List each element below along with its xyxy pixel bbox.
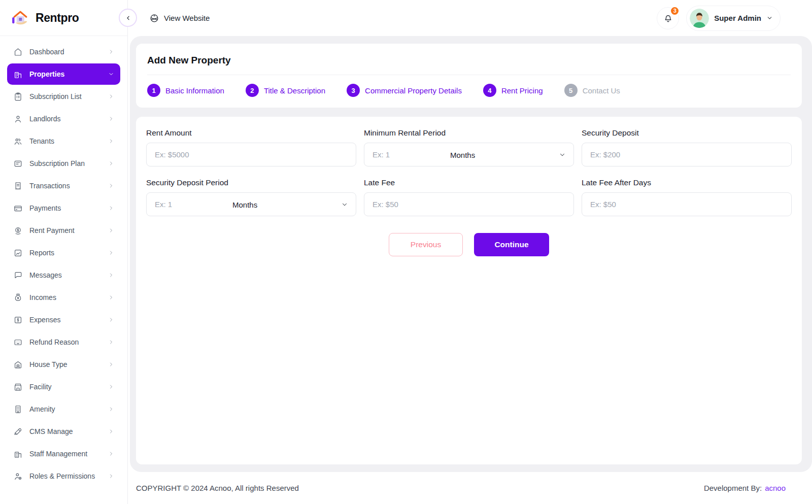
chevron-right-icon xyxy=(108,138,114,144)
rent-amount-input-wrap xyxy=(146,143,356,166)
security-deposit-period-input-wrap: Months xyxy=(146,192,356,216)
chevron-right-icon xyxy=(108,250,114,256)
office-building-icon xyxy=(13,449,23,459)
money-bag-icon xyxy=(13,293,23,303)
sidebar-item-properties[interactable]: Properties xyxy=(7,63,120,85)
main-column: View Website 3 Super xyxy=(128,0,812,504)
sidebar-item-roles-permissions[interactable]: Roles & Permissions xyxy=(7,465,120,487)
late-fee-input-wrap xyxy=(364,192,574,216)
security-deposit-input-wrap xyxy=(582,143,792,166)
sidebar-item-messages[interactable]: Messages xyxy=(7,264,120,286)
notification-count-badge: 3 xyxy=(670,6,680,16)
rent-amount-label: Rent Amount xyxy=(146,128,356,138)
subscription-card-icon xyxy=(13,159,23,169)
copyright-text: COPYRIGHT © 2024 Acnoo, All rights Reser… xyxy=(136,484,299,492)
wallet-icon xyxy=(13,204,23,213)
sidebar-item-subscription-plan[interactable]: Subscription Plan xyxy=(7,153,120,174)
form-actions: Previous Continue xyxy=(146,233,792,256)
user-menu[interactable]: Super Admin xyxy=(686,6,781,31)
late-fee-label: Late Fee xyxy=(364,178,574,187)
users-icon xyxy=(13,137,23,146)
sidebar-item-rent-payment[interactable]: Rent Payment xyxy=(7,220,120,241)
security-deposit-input[interactable] xyxy=(582,143,791,166)
late-fee-after-days-input-wrap xyxy=(582,192,792,216)
rent-pricing-form-card: Rent Amount Minimum Rental Period Months xyxy=(136,117,802,464)
sidebar-item-landlords[interactable]: Landlords xyxy=(7,108,120,129)
view-website-link[interactable]: View Website xyxy=(149,13,210,23)
sidebar-item-incomes[interactable]: Incomes xyxy=(7,287,120,308)
step-title-description[interactable]: 2 Title & Description xyxy=(246,84,325,97)
late-fee-after-days-label: Late Fee After Days xyxy=(582,178,792,187)
sidebar-nav: Dashboard Properties Subscription List L… xyxy=(0,36,127,493)
sidebar-item-transactions[interactable]: Transactions xyxy=(7,175,120,196)
rent-amount-field: Rent Amount xyxy=(146,128,356,166)
sidebar-item-reports[interactable]: Reports xyxy=(7,242,120,263)
sidebar-item-dashboard[interactable]: Dashboard xyxy=(7,41,120,62)
expense-card-icon xyxy=(13,315,23,325)
step-contact-us[interactable]: 5 Contact Us xyxy=(564,84,620,97)
previous-button[interactable]: Previous xyxy=(389,233,463,256)
late-fee-input[interactable] xyxy=(364,193,573,216)
chevron-down-icon xyxy=(341,201,348,208)
step-label: Commercial Property Details xyxy=(365,86,462,95)
user-icon xyxy=(13,114,23,124)
chevron-right-icon xyxy=(108,339,114,345)
step-number: 3 xyxy=(347,84,360,97)
continue-button[interactable]: Continue xyxy=(474,233,549,256)
chevron-left-icon xyxy=(125,15,131,21)
minimum-rental-period-input-wrap: Months xyxy=(364,143,574,166)
step-commercial-property-details[interactable]: 3 Commercial Property Details xyxy=(347,84,462,97)
sidebar-item-cms-manage[interactable]: CMS Manage xyxy=(7,421,120,442)
user-name: Super Admin xyxy=(714,14,761,22)
security-deposit-period-label: Security Deposit Period xyxy=(146,178,356,187)
step-label: Title & Description xyxy=(264,86,325,95)
rent-amount-input[interactable] xyxy=(147,143,356,166)
security-deposit-label: Security Deposit xyxy=(582,128,792,138)
user-gear-icon xyxy=(13,472,23,481)
chevron-right-icon xyxy=(108,384,114,390)
chevron-right-icon xyxy=(108,428,114,434)
refund-card-icon xyxy=(13,338,23,347)
minimum-rental-period-field: Minimum Rental Period Months xyxy=(364,128,574,166)
globe-icon xyxy=(149,13,159,23)
development-by-label: Development By: xyxy=(704,484,762,492)
sidebar-item-payments[interactable]: Payments xyxy=(7,197,120,219)
sidebar: Rentpro Dashboard Properties Subscriptio… xyxy=(0,0,128,504)
avatar xyxy=(690,9,709,28)
chevron-right-icon xyxy=(108,406,114,412)
sidebar-item-house-type[interactable]: House Type xyxy=(7,354,120,375)
sidebar-item-subscription-list[interactable]: Subscription List xyxy=(7,86,120,107)
clipboard-icon xyxy=(13,92,23,102)
step-basic-information[interactable]: 1 Basic Information xyxy=(147,84,224,97)
chevron-right-icon xyxy=(108,294,114,300)
chevron-down-icon xyxy=(559,151,566,158)
sidebar-item-amenity[interactable]: Amenity xyxy=(7,398,120,420)
step-number: 5 xyxy=(564,84,578,97)
chevron-right-icon xyxy=(108,116,114,122)
brand-name: Rentpro xyxy=(36,11,79,25)
notifications-button[interactable]: 3 xyxy=(657,7,679,29)
sidebar-item-refund-reason[interactable]: Refund Reason xyxy=(7,331,120,353)
step-number: 1 xyxy=(147,84,160,97)
chevron-right-icon xyxy=(108,317,114,323)
sidebar-item-expenses[interactable]: Expenses xyxy=(7,309,120,330)
chevron-down-icon xyxy=(108,71,114,77)
step-rent-pricing[interactable]: 4 Rent Pricing xyxy=(483,84,543,97)
wizard-steps: 1 Basic Information 2 Title & Descriptio… xyxy=(147,75,791,108)
brand-logo-row[interactable]: Rentpro xyxy=(0,0,127,36)
chat-bubble-icon xyxy=(13,271,23,280)
sidebar-item-staff-management[interactable]: Staff Management xyxy=(7,443,120,464)
wizard-header-card: Add New Property 1 Basic Information 2 T… xyxy=(136,44,802,108)
receipt-icon xyxy=(13,181,23,191)
header-actions: 3 Super Admin xyxy=(657,6,781,31)
sidebar-collapse-button[interactable] xyxy=(119,9,137,27)
chevron-right-icon xyxy=(108,49,114,55)
late-fee-after-days-input[interactable] xyxy=(582,193,791,216)
sidebar-item-facility[interactable]: Facility xyxy=(7,376,120,397)
step-number: 4 xyxy=(483,84,496,97)
sidebar-item-tenants[interactable]: Tenants xyxy=(7,130,120,152)
acnoo-link[interactable]: acnoo xyxy=(765,484,786,492)
step-label: Rent Pricing xyxy=(501,86,543,95)
minimum-rental-period-unit-select[interactable] xyxy=(444,143,573,166)
security-deposit-period-unit-select[interactable] xyxy=(226,193,356,216)
